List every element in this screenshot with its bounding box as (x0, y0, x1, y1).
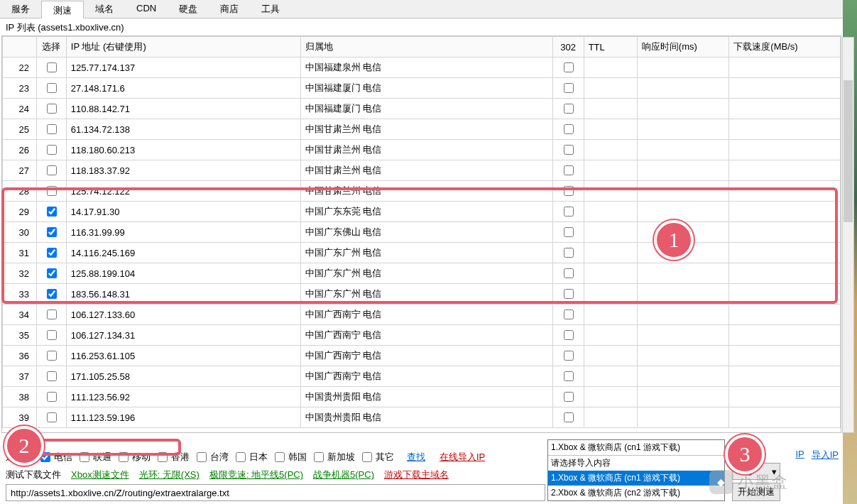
carrier-checkbox-香港[interactable]: 香港 (155, 450, 190, 464)
carrier-checkbox-input[interactable] (362, 452, 372, 462)
row-select-cell[interactable] (37, 346, 67, 366)
online-import-ip-link[interactable]: 在线导入IP (440, 451, 485, 464)
row-302-checkbox[interactable] (564, 207, 574, 217)
row-302-checkbox[interactable] (564, 83, 574, 93)
row-select-cell[interactable] (37, 284, 67, 305)
start-test-button[interactable]: 开始测速 (732, 483, 780, 501)
carrier-checkbox-input[interactable] (158, 452, 168, 462)
carrier-checkbox-移动[interactable]: 移动 (116, 450, 151, 464)
row-select-checkbox[interactable] (47, 412, 57, 422)
table-row[interactable]: 37171.105.25.58中国广西南宁 电信 (3, 366, 841, 387)
row-ip[interactable]: 111.123.59.196 (66, 407, 300, 428)
import-ip-link[interactable]: 导入IP (812, 449, 839, 461)
row-302-cell[interactable] (552, 119, 584, 140)
row-select-checkbox[interactable] (47, 145, 57, 155)
row-select-checkbox[interactable] (47, 392, 57, 402)
row-select-cell[interactable] (37, 140, 67, 160)
dropdown-option[interactable]: 2.Xbox & 微软商店 (cn2 游戏下载) (548, 486, 724, 500)
row-ip[interactable]: 106.127.133.60 (66, 305, 300, 325)
row-ip[interactable]: 125.74.12.122 (66, 181, 300, 202)
row-302-checkbox[interactable] (564, 248, 574, 258)
test-url-input[interactable] (6, 484, 545, 501)
row-select-cell[interactable] (37, 160, 67, 181)
row-ip[interactable]: 171.105.25.58 (66, 366, 300, 387)
row-ip[interactable]: 118.183.37.92 (66, 160, 300, 181)
row-select-checkbox[interactable] (47, 371, 57, 381)
ip-link[interactable]: IP (795, 449, 804, 461)
test-file-link[interactable]: 战争机器5(PC) (313, 469, 374, 481)
duration-select[interactable]: 30秒 ▾ (732, 463, 780, 480)
row-select-cell[interactable] (37, 78, 67, 99)
table-row[interactable]: 30116.31.99.99中国广东佛山 电信 (3, 222, 841, 243)
carrier-checkbox-新加坡[interactable]: 新加坡 (311, 450, 355, 464)
table-row[interactable]: 24110.88.142.71中国福建厦门 电信 (3, 99, 841, 119)
row-select-checkbox[interactable] (47, 207, 57, 217)
col-download-speed[interactable]: 下载速度(MB/s) (729, 37, 841, 57)
table-row[interactable]: 32125.88.199.104中国广东广州 电信 (3, 263, 841, 284)
table-row[interactable]: 22125.77.174.137中国福建泉州 电信 (3, 57, 841, 78)
tab-硬盘[interactable]: 硬盘 (168, 0, 209, 18)
row-302-checkbox[interactable] (564, 145, 574, 155)
row-select-cell[interactable] (37, 181, 67, 202)
dropdown-option[interactable]: 1.Xbox & 微软商店 (cn1 游戏下载) (548, 471, 724, 486)
row-302-cell[interactable] (552, 366, 584, 387)
import-dropdown[interactable]: 1.Xbox & 微软商店 (cn1 游戏下载) 请选择导入内容 1.Xbox … (547, 439, 725, 501)
row-select-cell[interactable] (37, 243, 67, 263)
vertical-scrollbar[interactable] (842, 37, 854, 433)
carrier-checkbox-韩国[interactable]: 韩国 (272, 450, 307, 464)
test-file-link[interactable]: 游戏下载主域名 (384, 469, 449, 481)
row-select-checkbox[interactable] (47, 165, 57, 175)
row-select-cell[interactable] (37, 119, 67, 140)
table-row[interactable]: 2914.17.91.30中国广东东莞 电信 (3, 202, 841, 222)
row-select-checkbox[interactable] (47, 62, 57, 72)
row-ip[interactable]: 110.88.142.71 (66, 99, 300, 119)
tab-CDN[interactable]: CDN (125, 0, 168, 18)
find-link[interactable]: 查找 (407, 451, 425, 464)
row-select-cell[interactable] (37, 99, 67, 119)
row-select-cell[interactable] (37, 202, 67, 222)
row-ip[interactable]: 183.56.148.31 (66, 284, 300, 305)
row-302-checkbox[interactable] (564, 268, 574, 278)
row-select-cell[interactable] (37, 407, 67, 428)
row-302-checkbox[interactable] (564, 124, 574, 134)
row-select-checkbox[interactable] (47, 330, 57, 340)
carrier-checkbox-input[interactable] (40, 452, 50, 462)
row-ip[interactable]: 61.134.72.138 (66, 119, 300, 140)
dropdown-selected[interactable]: 1.Xbox & 微软商店 (cn1 游戏下载) (548, 440, 724, 456)
table-row[interactable]: 2561.134.72.138中国甘肃兰州 电信 (3, 119, 841, 140)
carrier-checkbox-其它[interactable]: 其它 (359, 450, 394, 464)
col-ip[interactable]: IP 地址 (右键使用) (66, 37, 300, 57)
carrier-checkbox-input[interactable] (119, 452, 129, 462)
row-select-checkbox[interactable] (47, 268, 57, 278)
dropdown-placeholder[interactable]: 请选择导入内容 (548, 456, 724, 471)
row-302-cell[interactable] (552, 387, 584, 407)
row-ip[interactable]: 116.31.99.99 (66, 222, 300, 243)
tab-服务[interactable]: 服务 (0, 0, 41, 18)
row-302-cell[interactable] (552, 57, 584, 78)
table-row[interactable]: 39111.123.59.196中国贵州贵阳 电信 (3, 407, 841, 428)
carrier-checkbox-input[interactable] (275, 452, 285, 462)
row-ip[interactable]: 106.127.134.31 (66, 325, 300, 346)
table-row[interactable]: 34106.127.133.60中国广西南宁 电信 (3, 305, 841, 325)
col-select[interactable]: 选择 (37, 37, 67, 57)
row-302-cell[interactable] (552, 160, 584, 181)
row-select-cell[interactable] (37, 222, 67, 243)
row-select-checkbox[interactable] (47, 309, 57, 319)
row-ip[interactable]: 118.180.60.213 (66, 140, 300, 160)
col-response-time[interactable]: 响应时间(ms) (637, 37, 728, 57)
row-302-cell[interactable] (552, 325, 584, 346)
row-302-cell[interactable] (552, 346, 584, 366)
row-ip[interactable]: 125.77.174.137 (66, 57, 300, 78)
row-302-checkbox[interactable] (564, 165, 574, 175)
row-302-cell[interactable] (552, 263, 584, 284)
row-302-cell[interactable] (552, 305, 584, 325)
row-ip[interactable]: 116.253.61.105 (66, 346, 300, 366)
row-ip[interactable]: 27.148.171.6 (66, 78, 300, 99)
row-select-checkbox[interactable] (47, 124, 57, 134)
row-302-checkbox[interactable] (564, 227, 574, 237)
row-302-checkbox[interactable] (564, 104, 574, 114)
table-row[interactable]: 35106.127.134.31中国广西南宁 电信 (3, 325, 841, 346)
row-select-checkbox[interactable] (47, 83, 57, 93)
table-row[interactable]: 26118.180.60.213中国甘肃兰州 电信 (3, 140, 841, 160)
row-ip[interactable]: 14.116.245.169 (66, 243, 300, 263)
